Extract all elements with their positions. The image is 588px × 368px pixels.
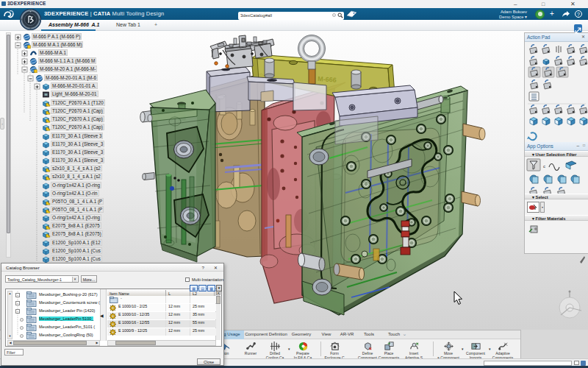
svg-text:c: c	[543, 164, 545, 169]
svg-text:M-666: M-666	[318, 75, 337, 84]
